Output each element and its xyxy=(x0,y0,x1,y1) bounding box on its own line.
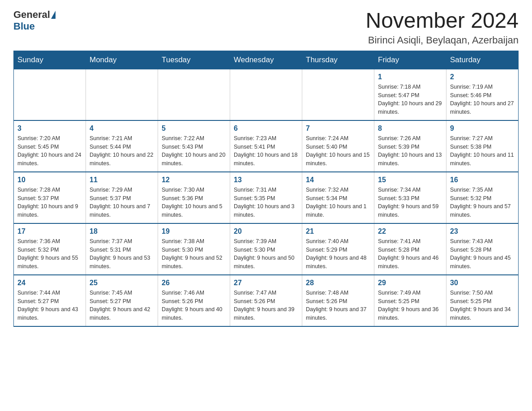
calendar-cell: 11Sunrise: 7:29 AMSunset: 5:37 PMDayligh… xyxy=(86,172,158,223)
day-info: Sunrise: 7:32 AMSunset: 5:34 PMDaylight:… xyxy=(306,186,370,219)
calendar-cell: 12Sunrise: 7:30 AMSunset: 5:36 PMDayligh… xyxy=(158,172,230,223)
day-info: Sunrise: 7:27 AMSunset: 5:38 PMDaylight:… xyxy=(450,134,515,168)
day-number: 29 xyxy=(378,279,442,287)
calendar-cell: 7Sunrise: 7:24 AMSunset: 5:40 PMDaylight… xyxy=(302,120,374,172)
day-number: 1 xyxy=(378,73,442,81)
day-number: 18 xyxy=(90,227,154,235)
calendar-cell xyxy=(86,69,158,120)
day-number: 9 xyxy=(450,124,515,133)
day-header-sunday: Sunday xyxy=(14,51,86,69)
day-number: 6 xyxy=(234,124,298,133)
day-number: 3 xyxy=(17,124,82,133)
day-info: Sunrise: 7:18 AMSunset: 5:47 PMDaylight:… xyxy=(378,83,442,116)
calendar-cell: 26Sunrise: 7:46 AMSunset: 5:26 PMDayligh… xyxy=(158,275,230,326)
day-number: 21 xyxy=(306,227,370,235)
calendar-cell: 13Sunrise: 7:31 AMSunset: 5:35 PMDayligh… xyxy=(230,172,302,223)
day-header-saturday: Saturday xyxy=(446,51,519,69)
calendar-cell: 27Sunrise: 7:47 AMSunset: 5:26 PMDayligh… xyxy=(230,275,302,326)
calendar-cell: 2Sunrise: 7:19 AMSunset: 5:46 PMDaylight… xyxy=(446,69,519,120)
day-header-thursday: Thursday xyxy=(302,51,374,69)
day-info: Sunrise: 7:23 AMSunset: 5:41 PMDaylight:… xyxy=(234,134,298,168)
calendar-cell: 25Sunrise: 7:45 AMSunset: 5:27 PMDayligh… xyxy=(86,275,158,326)
calendar-cell: 22Sunrise: 7:41 AMSunset: 5:28 PMDayligh… xyxy=(374,223,446,275)
day-number: 5 xyxy=(162,124,226,133)
logo: General Blue xyxy=(13,9,56,32)
page-header: General Blue November 2024 Birinci Asiql… xyxy=(13,9,519,46)
day-info: Sunrise: 7:30 AMSunset: 5:36 PMDaylight:… xyxy=(162,186,226,219)
day-header-tuesday: Tuesday xyxy=(158,51,230,69)
day-number: 10 xyxy=(17,176,82,184)
calendar-cell: 18Sunrise: 7:37 AMSunset: 5:31 PMDayligh… xyxy=(86,223,158,275)
day-info: Sunrise: 7:37 AMSunset: 5:31 PMDaylight:… xyxy=(90,237,154,271)
day-number: 26 xyxy=(162,279,226,287)
day-info: Sunrise: 7:28 AMSunset: 5:37 PMDaylight:… xyxy=(17,186,82,219)
day-number: 7 xyxy=(306,124,370,133)
day-info: Sunrise: 7:29 AMSunset: 5:37 PMDaylight:… xyxy=(90,186,154,219)
calendar-table: SundayMondayTuesdayWednesdayThursdayFrid… xyxy=(13,51,519,327)
calendar-header-row: SundayMondayTuesdayWednesdayThursdayFrid… xyxy=(14,51,519,69)
calendar-week-row: 1Sunrise: 7:18 AMSunset: 5:47 PMDaylight… xyxy=(14,69,519,120)
calendar-cell: 19Sunrise: 7:38 AMSunset: 5:30 PMDayligh… xyxy=(158,223,230,275)
calendar-week-row: 17Sunrise: 7:36 AMSunset: 5:32 PMDayligh… xyxy=(14,223,519,275)
day-header-wednesday: Wednesday xyxy=(230,51,302,69)
day-number: 23 xyxy=(450,227,515,235)
day-info: Sunrise: 7:50 AMSunset: 5:25 PMDaylight:… xyxy=(450,289,515,322)
calendar-week-row: 10Sunrise: 7:28 AMSunset: 5:37 PMDayligh… xyxy=(14,172,519,223)
day-number: 4 xyxy=(90,124,154,133)
day-info: Sunrise: 7:26 AMSunset: 5:39 PMDaylight:… xyxy=(378,134,442,168)
calendar-cell: 6Sunrise: 7:23 AMSunset: 5:41 PMDaylight… xyxy=(230,120,302,172)
location-title: Birinci Asiqli, Beylaqan, Azerbaijan xyxy=(365,34,519,46)
day-info: Sunrise: 7:24 AMSunset: 5:40 PMDaylight:… xyxy=(306,134,370,168)
calendar-cell: 16Sunrise: 7:35 AMSunset: 5:32 PMDayligh… xyxy=(446,172,519,223)
calendar-cell: 29Sunrise: 7:49 AMSunset: 5:25 PMDayligh… xyxy=(374,275,446,326)
day-number: 24 xyxy=(17,279,82,287)
calendar-cell: 5Sunrise: 7:22 AMSunset: 5:43 PMDaylight… xyxy=(158,120,230,172)
day-number: 27 xyxy=(234,279,298,287)
calendar-cell: 23Sunrise: 7:43 AMSunset: 5:28 PMDayligh… xyxy=(446,223,519,275)
calendar-cell xyxy=(158,69,230,120)
day-info: Sunrise: 7:49 AMSunset: 5:25 PMDaylight:… xyxy=(378,289,442,322)
day-info: Sunrise: 7:45 AMSunset: 5:27 PMDaylight:… xyxy=(90,289,154,322)
day-info: Sunrise: 7:35 AMSunset: 5:32 PMDaylight:… xyxy=(450,186,515,219)
day-number: 16 xyxy=(450,176,515,184)
calendar-cell: 1Sunrise: 7:18 AMSunset: 5:47 PMDaylight… xyxy=(374,69,446,120)
title-section: November 2024 Birinci Asiqli, Beylaqan, … xyxy=(365,9,519,46)
day-info: Sunrise: 7:22 AMSunset: 5:43 PMDaylight:… xyxy=(162,134,226,168)
day-number: 25 xyxy=(90,279,154,287)
day-number: 22 xyxy=(378,227,442,235)
day-info: Sunrise: 7:19 AMSunset: 5:46 PMDaylight:… xyxy=(450,83,515,116)
calendar-cell: 8Sunrise: 7:26 AMSunset: 5:39 PMDaylight… xyxy=(374,120,446,172)
day-number: 20 xyxy=(234,227,298,235)
day-number: 12 xyxy=(162,176,226,184)
day-number: 17 xyxy=(17,227,82,235)
day-info: Sunrise: 7:40 AMSunset: 5:29 PMDaylight:… xyxy=(306,237,370,271)
day-number: 11 xyxy=(90,176,154,184)
calendar-cell: 17Sunrise: 7:36 AMSunset: 5:32 PMDayligh… xyxy=(14,223,86,275)
day-number: 14 xyxy=(306,176,370,184)
calendar-cell xyxy=(14,69,86,120)
calendar-week-row: 3Sunrise: 7:20 AMSunset: 5:45 PMDaylight… xyxy=(14,120,519,172)
month-title: November 2024 xyxy=(365,9,519,33)
calendar-week-row: 24Sunrise: 7:44 AMSunset: 5:27 PMDayligh… xyxy=(14,275,519,326)
calendar-cell: 10Sunrise: 7:28 AMSunset: 5:37 PMDayligh… xyxy=(14,172,86,223)
day-header-monday: Monday xyxy=(86,51,158,69)
day-header-friday: Friday xyxy=(374,51,446,69)
day-info: Sunrise: 7:46 AMSunset: 5:26 PMDaylight:… xyxy=(162,289,226,322)
day-info: Sunrise: 7:34 AMSunset: 5:33 PMDaylight:… xyxy=(378,186,442,219)
day-number: 2 xyxy=(450,73,515,81)
day-info: Sunrise: 7:43 AMSunset: 5:28 PMDaylight:… xyxy=(450,237,515,271)
calendar-cell: 30Sunrise: 7:50 AMSunset: 5:25 PMDayligh… xyxy=(446,275,519,326)
logo-blue-text: Blue xyxy=(13,21,56,32)
day-number: 30 xyxy=(450,279,515,287)
day-number: 28 xyxy=(306,279,370,287)
day-info: Sunrise: 7:47 AMSunset: 5:26 PMDaylight:… xyxy=(234,289,298,322)
day-info: Sunrise: 7:20 AMSunset: 5:45 PMDaylight:… xyxy=(17,134,82,168)
calendar-cell xyxy=(302,69,374,120)
day-info: Sunrise: 7:36 AMSunset: 5:32 PMDaylight:… xyxy=(17,237,82,271)
day-number: 13 xyxy=(234,176,298,184)
calendar-cell: 28Sunrise: 7:48 AMSunset: 5:26 PMDayligh… xyxy=(302,275,374,326)
calendar-cell: 20Sunrise: 7:39 AMSunset: 5:30 PMDayligh… xyxy=(230,223,302,275)
calendar-cell: 15Sunrise: 7:34 AMSunset: 5:33 PMDayligh… xyxy=(374,172,446,223)
day-number: 19 xyxy=(162,227,226,235)
day-info: Sunrise: 7:41 AMSunset: 5:28 PMDaylight:… xyxy=(378,237,442,271)
